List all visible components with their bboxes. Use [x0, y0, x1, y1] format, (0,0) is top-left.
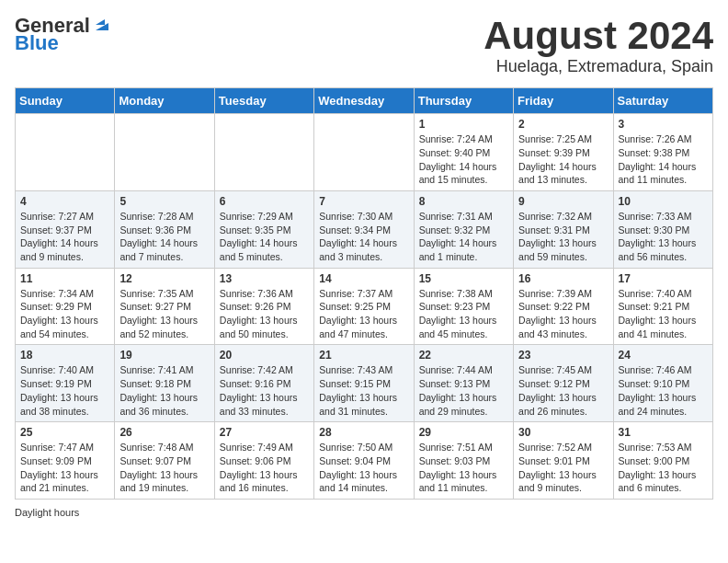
day-info: Sunrise: 7:36 AM Sunset: 9:26 PM Dayligh…: [220, 287, 309, 341]
day-number: 23: [518, 349, 608, 362]
day-number: 12: [119, 272, 209, 285]
header-row: SundayMondayTuesdayWednesdayThursdayFrid…: [16, 88, 713, 114]
header: General Blue August 2024 Huelaga, Extrem…: [15, 15, 713, 76]
day-number: 28: [319, 426, 408, 439]
calendar-cell: 18Sunrise: 7:40 AM Sunset: 9:19 PM Dayli…: [16, 345, 115, 422]
day-info: Sunrise: 7:47 AM Sunset: 9:09 PM Dayligh…: [20, 441, 109, 495]
calendar-table: SundayMondayTuesdayWednesdayThursdayFrid…: [15, 87, 713, 500]
calendar-cell: 13Sunrise: 7:36 AM Sunset: 9:26 PM Dayli…: [214, 268, 313, 345]
day-info: Sunrise: 7:27 AM Sunset: 9:37 PM Dayligh…: [20, 210, 109, 264]
day-info: Sunrise: 7:46 AM Sunset: 9:10 PM Dayligh…: [619, 363, 708, 418]
day-number: 1: [419, 118, 508, 131]
calendar-cell: [314, 114, 414, 191]
header-cell-saturday: Saturday: [613, 88, 712, 114]
title-block: August 2024 Huelaga, Extremadura, Spain: [483, 15, 713, 76]
day-number: 24: [619, 349, 708, 362]
calendar-cell: 23Sunrise: 7:45 AM Sunset: 9:12 PM Dayli…: [514, 345, 613, 422]
day-info: Sunrise: 7:52 AM Sunset: 9:01 PM Dayligh…: [518, 441, 608, 495]
day-number: 15: [419, 272, 508, 285]
day-info: Sunrise: 7:28 AM Sunset: 9:36 PM Dayligh…: [119, 210, 209, 264]
day-number: 3: [619, 118, 708, 131]
calendar-cell: 20Sunrise: 7:42 AM Sunset: 9:16 PM Dayli…: [214, 345, 313, 422]
calendar-cell: 11Sunrise: 7:34 AM Sunset: 9:29 PM Dayli…: [16, 268, 115, 345]
week-row-4: 18Sunrise: 7:40 AM Sunset: 9:19 PM Dayli…: [16, 345, 713, 422]
calendar-cell: 8Sunrise: 7:31 AM Sunset: 9:32 PM Daylig…: [414, 190, 513, 268]
calendar-cell: 5Sunrise: 7:28 AM Sunset: 9:36 PM Daylig…: [115, 190, 214, 268]
calendar-cell: 6Sunrise: 7:29 AM Sunset: 9:35 PM Daylig…: [214, 190, 313, 268]
day-info: Sunrise: 7:29 AM Sunset: 9:35 PM Dayligh…: [220, 210, 309, 264]
day-info: Sunrise: 7:44 AM Sunset: 9:13 PM Dayligh…: [419, 363, 508, 418]
day-number: 16: [518, 272, 608, 285]
day-info: Sunrise: 7:35 AM Sunset: 9:27 PM Dayligh…: [119, 287, 209, 341]
day-number: 6: [220, 195, 309, 208]
calendar-cell: 16Sunrise: 7:39 AM Sunset: 9:22 PM Dayli…: [514, 268, 613, 345]
day-info: Sunrise: 7:51 AM Sunset: 9:03 PM Dayligh…: [419, 441, 508, 495]
calendar-cell: 24Sunrise: 7:46 AM Sunset: 9:10 PM Dayli…: [613, 345, 712, 422]
calendar-cell: 29Sunrise: 7:51 AM Sunset: 9:03 PM Dayli…: [414, 422, 513, 500]
day-number: 18: [20, 349, 109, 362]
calendar-cell: [214, 114, 313, 191]
calendar-cell: [115, 114, 214, 191]
day-number: 11: [20, 272, 109, 285]
svg-marker-1: [96, 19, 105, 25]
day-number: 22: [419, 349, 508, 362]
day-info: Sunrise: 7:24 AM Sunset: 9:40 PM Dayligh…: [419, 132, 508, 187]
day-number: 27: [220, 426, 309, 439]
calendar-cell: 26Sunrise: 7:48 AM Sunset: 9:07 PM Dayli…: [115, 422, 214, 500]
day-number: 19: [119, 349, 209, 362]
day-number: 13: [220, 272, 309, 285]
day-info: Sunrise: 7:48 AM Sunset: 9:07 PM Dayligh…: [119, 441, 209, 495]
week-row-1: 1Sunrise: 7:24 AM Sunset: 9:40 PM Daylig…: [16, 114, 713, 191]
day-number: 10: [619, 195, 708, 208]
day-info: Sunrise: 7:32 AM Sunset: 9:31 PM Dayligh…: [518, 210, 608, 264]
header-cell-friday: Friday: [514, 88, 613, 114]
header-cell-wednesday: Wednesday: [314, 88, 414, 114]
day-number: 30: [518, 426, 608, 439]
day-number: 14: [319, 272, 408, 285]
calendar-cell: 19Sunrise: 7:41 AM Sunset: 9:18 PM Dayli…: [115, 345, 214, 422]
week-row-3: 11Sunrise: 7:34 AM Sunset: 9:29 PM Dayli…: [16, 268, 713, 345]
day-number: 7: [319, 195, 408, 208]
calendar-cell: 1Sunrise: 7:24 AM Sunset: 9:40 PM Daylig…: [414, 114, 513, 191]
day-info: Sunrise: 7:40 AM Sunset: 9:19 PM Dayligh…: [20, 363, 109, 418]
day-number: 2: [518, 118, 608, 131]
day-info: Sunrise: 7:41 AM Sunset: 9:18 PM Dayligh…: [119, 363, 209, 418]
calendar-body: 1Sunrise: 7:24 AM Sunset: 9:40 PM Daylig…: [16, 114, 713, 500]
day-number: 5: [119, 195, 209, 208]
calendar-cell: 2Sunrise: 7:25 AM Sunset: 9:39 PM Daylig…: [514, 114, 613, 191]
calendar-cell: 31Sunrise: 7:53 AM Sunset: 9:00 PM Dayli…: [613, 422, 712, 500]
day-info: Sunrise: 7:42 AM Sunset: 9:16 PM Dayligh…: [220, 363, 309, 418]
day-number: 9: [518, 195, 608, 208]
calendar-cell: 10Sunrise: 7:33 AM Sunset: 9:30 PM Dayli…: [613, 190, 712, 268]
calendar-cell: 17Sunrise: 7:40 AM Sunset: 9:21 PM Dayli…: [613, 268, 712, 345]
calendar-cell: 7Sunrise: 7:30 AM Sunset: 9:34 PM Daylig…: [314, 190, 414, 268]
calendar-cell: 15Sunrise: 7:38 AM Sunset: 9:23 PM Dayli…: [414, 268, 513, 345]
calendar-cell: 21Sunrise: 7:43 AM Sunset: 9:15 PM Dayli…: [314, 345, 414, 422]
day-info: Sunrise: 7:45 AM Sunset: 9:12 PM Dayligh…: [518, 363, 608, 418]
day-number: 20: [220, 349, 309, 362]
day-number: 4: [20, 195, 109, 208]
logo-arrow-icon: [92, 14, 112, 34]
calendar-cell: 14Sunrise: 7:37 AM Sunset: 9:25 PM Dayli…: [314, 268, 414, 345]
calendar-cell: [16, 114, 115, 191]
day-info: Sunrise: 7:53 AM Sunset: 9:00 PM Dayligh…: [619, 441, 708, 495]
day-info: Sunrise: 7:38 AM Sunset: 9:23 PM Dayligh…: [419, 287, 508, 341]
header-cell-monday: Monday: [115, 88, 214, 114]
week-row-2: 4Sunrise: 7:27 AM Sunset: 9:37 PM Daylig…: [16, 190, 713, 268]
day-info: Sunrise: 7:43 AM Sunset: 9:15 PM Dayligh…: [319, 363, 408, 418]
day-info: Sunrise: 7:34 AM Sunset: 9:29 PM Dayligh…: [20, 287, 109, 341]
week-row-5: 25Sunrise: 7:47 AM Sunset: 9:09 PM Dayli…: [16, 422, 713, 500]
day-info: Sunrise: 7:39 AM Sunset: 9:22 PM Dayligh…: [518, 287, 608, 341]
day-info: Sunrise: 7:31 AM Sunset: 9:32 PM Dayligh…: [419, 210, 508, 264]
day-number: 17: [619, 272, 708, 285]
footer-note: Daylight hours: [15, 507, 713, 518]
day-number: 31: [619, 426, 708, 439]
header-cell-sunday: Sunday: [16, 88, 115, 114]
page-title: August 2024: [483, 15, 713, 57]
day-info: Sunrise: 7:25 AM Sunset: 9:39 PM Dayligh…: [518, 132, 608, 187]
calendar-cell: 28Sunrise: 7:50 AM Sunset: 9:04 PM Dayli…: [314, 422, 414, 500]
calendar-cell: 9Sunrise: 7:32 AM Sunset: 9:31 PM Daylig…: [514, 190, 613, 268]
calendar-header: SundayMondayTuesdayWednesdayThursdayFrid…: [16, 88, 713, 114]
calendar-cell: 4Sunrise: 7:27 AM Sunset: 9:37 PM Daylig…: [16, 190, 115, 268]
day-number: 26: [119, 426, 209, 439]
